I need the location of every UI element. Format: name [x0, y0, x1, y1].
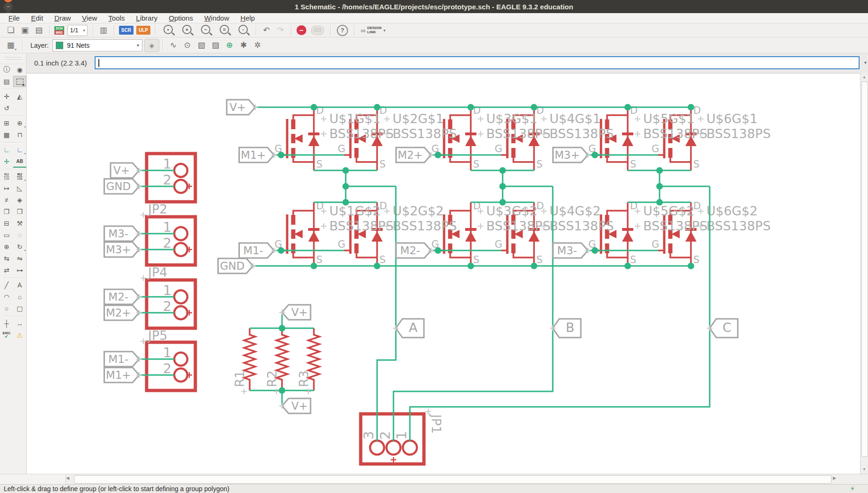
- schematic-canvas[interactable]: DGSU$1G$1BSS138PSDGSU$2G$1BSS138PSDGSU$3…: [27, 74, 860, 474]
- run-ulp-button[interactable]: ULP: [136, 26, 150, 35]
- open-file-icon[interactable]: ❏: [4, 24, 17, 37]
- zoom-redraw-icon[interactable]: ▫: [238, 25, 248, 34]
- pinswap-icon[interactable]: ⇆: [0, 253, 13, 264]
- add-link-icon[interactable]: ⊕: [223, 39, 236, 52]
- menu-file[interactable]: File: [3, 13, 25, 23]
- print-icon[interactable]: ▤: [32, 24, 45, 37]
- polygon-icon[interactable]: ⌂: [13, 291, 26, 302]
- vertical-scroll-thumb[interactable]: [861, 81, 868, 457]
- errors-icon[interactable]: ⚠: [13, 330, 26, 341]
- mosfet-U$1G$1[interactable]: [281, 107, 319, 170]
- package-view-icon[interactable]: ▦: [0, 129, 13, 140]
- settings-gear-icon[interactable]: ✱: [237, 39, 250, 52]
- add-part-icon[interactable]: ⊞: [0, 118, 13, 129]
- gate-icon[interactable]: ⊓: [13, 129, 26, 140]
- junction-dot: [278, 247, 284, 254]
- value-icon[interactable]: R210k▾: [13, 171, 26, 182]
- pin-label-source: S: [316, 159, 322, 170]
- arc-icon[interactable]: ◠: [0, 291, 13, 302]
- group-polygon-icon[interactable]: ◌: [13, 229, 26, 241]
- menu-help[interactable]: Help: [235, 13, 260, 23]
- eye-icon[interactable]: ◉: [13, 64, 26, 75]
- copy-icon[interactable]: ❐: [0, 206, 13, 217]
- undo-icon[interactable]: ↶: [260, 24, 273, 37]
- design-link-button[interactable]: ∞DESIGNLINK▾: [361, 26, 386, 35]
- mirror-icon[interactable]: ◭: [13, 91, 26, 102]
- zoom-fit-icon[interactable]: ▪: [163, 25, 173, 34]
- horizontal-scrollbar[interactable]: ◀ ▶: [0, 474, 868, 484]
- delete-icon[interactable]: ⊟: [0, 218, 13, 229]
- menu-draw[interactable]: Draw: [49, 13, 76, 23]
- label-icon[interactable]: AB: [13, 156, 26, 168]
- net-flags[interactable]: [104, 100, 738, 413]
- text-icon[interactable]: A: [13, 280, 26, 291]
- scroll-up-icon[interactable]: ▲: [861, 73, 868, 81]
- split-icon[interactable]: ≠: [0, 194, 13, 206]
- help-button[interactable]: ?: [337, 25, 348, 36]
- bus-icon[interactable]: ∟▾: [13, 144, 26, 155]
- close-button[interactable]: ×: [4, 0, 13, 2]
- simulation-settings-icon[interactable]: ▨: [209, 39, 222, 52]
- stop-button[interactable]: −: [297, 25, 306, 35]
- signal-tool-icon[interactable]: ∿: [167, 39, 180, 52]
- layer-combobox[interactable]: 91 Nets▾: [52, 39, 142, 52]
- save-icon[interactable]: ▣: [18, 24, 31, 37]
- scroll-left-icon[interactable]: ◀: [66, 476, 69, 480]
- polygon-wire-icon[interactable]: ◺: [13, 183, 26, 194]
- minimize-button[interactable]: −: [4, 2, 13, 11]
- align-icon[interactable]: ⇄: [0, 265, 13, 276]
- group-select-icon[interactable]: [13, 76, 26, 87]
- add-device-icon[interactable]: ⊕▾: [13, 118, 26, 129]
- replace-icon[interactable]: ↻▾: [13, 241, 26, 252]
- net-icon[interactable]: ∟: [0, 144, 13, 155]
- menu-edit[interactable]: Edit: [25, 13, 49, 23]
- menu-window[interactable]: Window: [199, 13, 235, 23]
- schematic-viewport[interactable]: DGSU$1G$1BSS138PSDGSU$2G$1BSS138PSDGSU$3…: [27, 73, 860, 474]
- vertical-scrollbar[interactable]: ▲ ▼: [860, 73, 868, 474]
- info-icon[interactable]: ⓘ: [0, 64, 13, 75]
- display-layers-icon[interactable]: ▤: [0, 76, 13, 87]
- erc-icon[interactable]: ERC✔: [0, 330, 13, 341]
- menu-library[interactable]: Library: [130, 13, 163, 23]
- paint-icon[interactable]: ▭: [0, 229, 13, 241]
- zoom-in-icon[interactable]: +: [182, 25, 192, 34]
- paste-icon[interactable]: ❒: [13, 206, 26, 217]
- junction-icon[interactable]: ✛: [0, 156, 13, 167]
- layer-tag-button[interactable]: ◈: [144, 39, 159, 52]
- rotate-icon[interactable]: ↺: [0, 103, 13, 114]
- measure-icon[interactable]: ↔: [13, 318, 26, 329]
- schematic-board-toggle-icon[interactable]: SCHBRD: [54, 26, 64, 35]
- scroll-right-icon[interactable]: ▶: [833, 476, 836, 480]
- add-gate-icon[interactable]: ⊕: [0, 241, 13, 252]
- gateswap-icon[interactable]: ⇋: [13, 253, 26, 264]
- run-script-button[interactable]: SCR: [119, 26, 134, 35]
- change-icon[interactable]: ⚒: [13, 218, 26, 229]
- scroll-down-icon[interactable]: ▼: [861, 465, 868, 473]
- library-icon[interactable]: ▥: [97, 24, 110, 37]
- command-input[interactable]: [95, 56, 860, 69]
- rectangle-icon[interactable]: ▢: [13, 303, 26, 314]
- move-icon[interactable]: ✛: [0, 91, 13, 102]
- grid-settings-icon[interactable]: ▦▾: [5, 39, 18, 52]
- dimension-icon[interactable]: ┼: [0, 318, 13, 329]
- simulation-tool-icon[interactable]: ▧: [195, 39, 208, 52]
- command-history-arrow[interactable]: ▾: [864, 60, 867, 65]
- flag-label: V+: [291, 400, 308, 412]
- name-icon[interactable]: R210k: [0, 171, 13, 182]
- pin-number: 2: [163, 235, 171, 251]
- menu-view[interactable]: View: [76, 13, 103, 23]
- probe-tool-icon[interactable]: ⊙: [181, 39, 194, 52]
- options-gear-icon[interactable]: ✲: [251, 39, 264, 52]
- zoom-select-icon[interactable]: =: [220, 25, 229, 34]
- circle-icon[interactable]: ○: [0, 303, 13, 314]
- horizontal-scroll-thumb[interactable]: [74, 475, 831, 484]
- mosfet-U$1G$2[interactable]: [281, 202, 319, 266]
- sheet-select[interactable]: 1/1▾: [67, 25, 88, 36]
- menu-options[interactable]: Options: [163, 13, 199, 23]
- connect-icon[interactable]: ⊶: [13, 265, 26, 276]
- invoke-icon[interactable]: ↦: [0, 183, 13, 194]
- zoom-out-icon[interactable]: −: [201, 25, 210, 34]
- menu-tools[interactable]: Tools: [103, 13, 130, 23]
- attribute-icon[interactable]: ◈: [13, 194, 26, 206]
- line-icon[interactable]: ╱: [0, 280, 13, 291]
